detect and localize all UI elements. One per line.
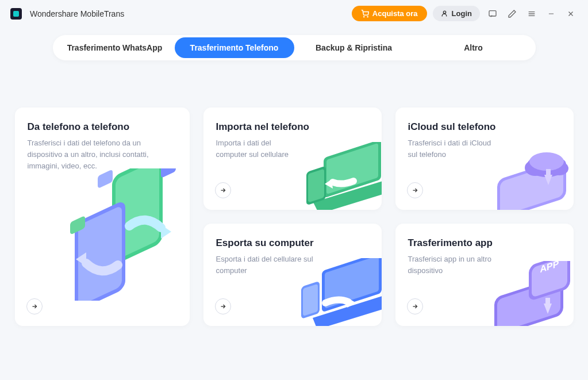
arrow-button[interactable]: [407, 298, 423, 314]
card-grid: Da telefono a telefono Trasferisci i dat…: [0, 60, 588, 343]
card-app-transfer[interactable]: Trasferimento app Trasferisci app in un …: [395, 224, 574, 326]
tab-whatsapp-transfer[interactable]: Trasferimento WhatsApp: [55, 37, 175, 58]
cart-icon: [361, 10, 369, 18]
svg-marker-22: [313, 179, 382, 210]
svg-rect-17: [161, 168, 176, 178]
card-desc: Trasferisci app in un altro dispositivo: [408, 254, 506, 277]
login-label: Login: [452, 9, 472, 18]
card-icloud-to-phone[interactable]: iCloud sul telefono Trasferisci i dati d…: [395, 108, 574, 210]
card-title: iCloud sul telefono: [408, 121, 561, 133]
svg-point-30: [525, 160, 545, 176]
arrow-button[interactable]: [215, 182, 231, 198]
phones-transfer-illustration: [52, 168, 184, 303]
card-title: Trasferimento app: [408, 237, 561, 249]
svg-rect-39: [301, 281, 320, 319]
svg-marker-38: [313, 294, 382, 326]
svg-rect-10: [112, 168, 163, 266]
svg-point-0: [364, 16, 364, 17]
app-title: Wondershare MobileTrans: [30, 9, 124, 18]
svg-rect-21: [326, 143, 378, 194]
svg-rect-16: [70, 216, 85, 235]
svg-rect-3: [489, 10, 496, 16]
card-desc: Trasferisci i dati del telefono da un di…: [28, 137, 163, 172]
card-desc: Esporta i dati del cellulare sul compute…: [216, 254, 317, 277]
svg-rect-11: [116, 168, 159, 260]
svg-point-29: [527, 154, 566, 177]
svg-rect-44: [497, 279, 560, 326]
tab-other[interactable]: Altro: [414, 37, 533, 58]
menu-icon[interactable]: [527, 9, 536, 18]
arrow-right-icon: [412, 303, 418, 310]
card-title: Esporta su computer: [216, 237, 369, 249]
svg-marker-48: [544, 304, 552, 314]
feedback-icon[interactable]: [488, 9, 497, 18]
svg-point-32: [529, 152, 564, 171]
close-icon[interactable]: [566, 9, 575, 18]
laptop-phone-illustration: [296, 142, 382, 210]
svg-marker-14: [161, 225, 171, 239]
buy-now-label: Acquista ora: [372, 9, 418, 18]
login-button[interactable]: Login: [433, 6, 480, 21]
buy-now-button[interactable]: Acquista ora: [352, 6, 427, 21]
svg-rect-34: [546, 169, 551, 177]
svg-rect-24: [308, 168, 324, 202]
svg-marker-25: [325, 179, 333, 189]
minimize-icon[interactable]: [547, 9, 556, 18]
arrow-right-icon: [220, 187, 226, 194]
svg-marker-15: [76, 252, 86, 266]
main-tabbar: Trasferimento WhatsApp Trasferimento Tel…: [53, 35, 536, 60]
cloud-phone-illustration: [494, 145, 574, 210]
arrow-button[interactable]: [26, 298, 43, 314]
card-import-to-phone[interactable]: Importa nel telefono Importa i dati del …: [203, 108, 382, 210]
card-desc: Trasferisci i dati di iCloud sul telefon…: [408, 137, 500, 160]
edit-icon[interactable]: [508, 9, 517, 18]
card-desc: Importa i dati del computer sul cellular…: [216, 137, 302, 160]
user-icon: [441, 10, 448, 17]
svg-rect-40: [303, 284, 318, 316]
svg-rect-23: [306, 166, 326, 205]
card-title: Da telefono a telefono: [28, 121, 177, 133]
svg-marker-33: [544, 175, 552, 185]
tab-backup-restore[interactable]: Backup & Ripristina: [294, 37, 414, 58]
card-title: Importa nel telefono: [216, 121, 369, 133]
card-export-to-computer[interactable]: Esporta su computer Esporta i dati del c…: [203, 224, 382, 326]
svg-rect-12: [75, 199, 125, 301]
svg-rect-36: [322, 258, 382, 312]
svg-rect-27: [497, 158, 566, 210]
svg-rect-45: [529, 261, 570, 302]
svg-rect-43: [494, 275, 563, 326]
svg-point-1: [367, 16, 368, 17]
app-logo: [10, 8, 22, 20]
arrow-button[interactable]: [407, 182, 423, 198]
svg-rect-37: [325, 258, 379, 309]
svg-text:APP: APP: [540, 261, 559, 274]
arrow-right-icon: [220, 303, 226, 310]
svg-point-31: [550, 162, 568, 175]
svg-rect-13: [78, 205, 122, 301]
svg-rect-20: [324, 142, 381, 198]
arrow-right-icon: [31, 303, 38, 310]
arrow-button[interactable]: [215, 298, 231, 314]
svg-rect-28: [500, 162, 563, 210]
svg-rect-49: [545, 298, 550, 306]
svg-rect-46: [532, 261, 567, 298]
titlebar: Wondershare MobileTrans Acquista ora Log…: [0, 0, 588, 27]
svg-marker-41: [347, 298, 356, 308]
card-phone-to-phone[interactable]: Da telefono a telefono Trasferisci i dat…: [15, 108, 190, 326]
arrow-right-icon: [412, 187, 418, 194]
tab-phone-transfer[interactable]: Trasferimento Telefono: [175, 37, 294, 58]
svg-point-2: [443, 11, 445, 13]
